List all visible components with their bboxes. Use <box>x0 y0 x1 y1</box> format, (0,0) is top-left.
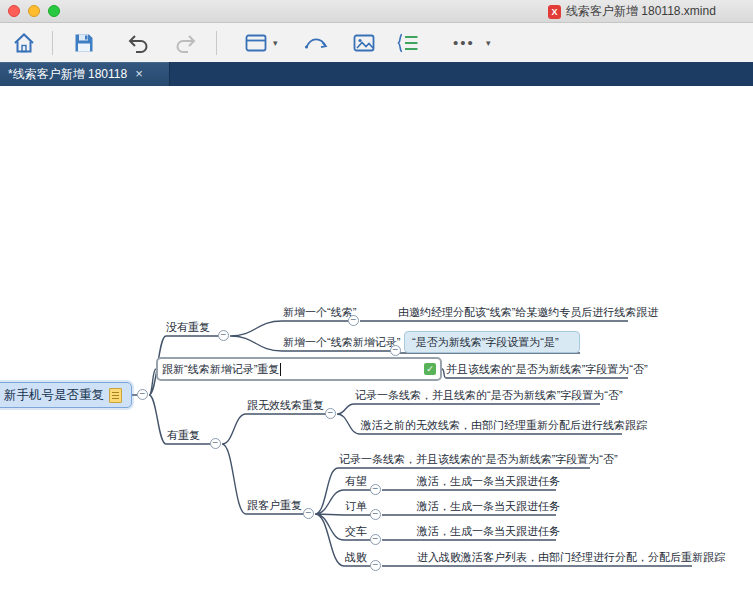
topic-order-detail[interactable]: 激活，生成一条当天跟进任务 <box>417 498 560 514</box>
toolbar-separator <box>52 31 53 55</box>
titlebar: X 线索客户新增 180118.xmind <box>0 0 753 23</box>
topic-invalid-detail-1[interactable]: 记录一条线索，并且线索的“是否为新线索”字段置为“否” <box>355 387 623 403</box>
topic-delivery[interactable]: 交车 <box>345 523 367 539</box>
tab-bar: *线索客户新增 180118 × <box>0 62 753 86</box>
topic-new-lead-detail[interactable]: 由邀约经理分配该“线索”给某邀约专员后进行线索跟进 <box>398 304 658 320</box>
collapse-button-delivery[interactable]: − <box>370 534 381 545</box>
tab-close-icon[interactable]: × <box>135 68 143 80</box>
topic-new-record[interactable]: 新增一个“线索新增记录” <box>283 334 400 350</box>
traffic-lights <box>8 5 60 17</box>
topic-delivery-detail[interactable]: 激活，生成一条当天跟进任务 <box>417 523 560 539</box>
more-dropdown-caret[interactable]: ▾ <box>486 38 491 48</box>
collapse-button-invalid-duplicate[interactable]: − <box>325 408 336 419</box>
relationship-button[interactable] <box>302 29 330 57</box>
topic-customer-detail[interactable]: 记录一条线索，并且该线索的“是否为新线索”字段置为“否” <box>339 451 618 467</box>
toolbar: ▾ ••• ▾ <box>0 23 753 62</box>
topic-no-duplicate[interactable]: 没有重复 <box>166 319 210 335</box>
topic-defeat[interactable]: 战败 <box>345 549 367 565</box>
xmind-file-icon: X <box>548 5 561 19</box>
home-button[interactable] <box>10 29 38 57</box>
topic-hopeful-detail[interactable]: 激活，生成一条当天跟进任务 <box>417 473 560 489</box>
toolbar-separator <box>216 31 217 55</box>
save-icon <box>72 31 96 55</box>
mindmap-canvas[interactable]: 新手机号是否重复 没有重复 新增一个“线索” 由邀约经理分配该“线索”给某邀约专… <box>0 86 753 599</box>
undo-button[interactable] <box>124 29 152 57</box>
collapse-button-order[interactable]: − <box>370 509 381 520</box>
collapse-button-has-duplicate[interactable]: − <box>210 438 221 449</box>
more-button[interactable]: ••• <box>446 29 482 57</box>
collapse-button-hopeful[interactable]: − <box>370 484 381 495</box>
close-window-button[interactable] <box>8 5 20 17</box>
outline-icon <box>395 30 421 56</box>
window-title: 线索客户新增 180118.xmind <box>566 3 716 20</box>
redo-button[interactable] <box>172 29 200 57</box>
more-icon: ••• <box>453 29 475 57</box>
tab-active-sheet[interactable]: *线索客户新增 180118 × <box>0 62 170 86</box>
home-icon <box>11 30 37 56</box>
root-topic-label: 新手机号是否重复 <box>4 387 104 404</box>
sheet-dropdown-caret[interactable]: ▾ <box>273 38 278 48</box>
confirm-edit-check-icon[interactable]: ✓ <box>424 363 436 375</box>
topic-hopeful[interactable]: 有望 <box>345 473 367 489</box>
topic-defeat-detail[interactable]: 进入战败激活客户列表，由部门经理进行分配，分配后重新跟踪 <box>417 549 725 565</box>
topic-customer-duplicate[interactable]: 跟客户重复 <box>247 497 302 513</box>
collapse-button-new-record[interactable]: − <box>390 345 401 356</box>
topic-editing-text: 跟新“线索新增记录”重复 <box>162 362 279 377</box>
note-icon[interactable] <box>109 388 122 403</box>
collapse-button-customer-duplicate[interactable]: − <box>303 508 314 519</box>
relationship-icon <box>303 30 329 56</box>
redo-icon <box>173 30 199 56</box>
root-topic[interactable]: 新手机号是否重复 <box>0 382 132 408</box>
app-window: X 线索客户新增 180118.xmind <box>0 0 753 599</box>
collapse-button-root[interactable]: − <box>137 389 148 400</box>
topic-order[interactable]: 订单 <box>345 498 367 514</box>
insert-image-icon <box>351 30 377 56</box>
collapse-button-defeat[interactable]: − <box>370 560 381 571</box>
undo-icon <box>125 30 151 56</box>
outline-button[interactable] <box>394 29 422 57</box>
collapse-button-new-lead[interactable]: − <box>348 315 359 326</box>
insert-image-button[interactable] <box>350 29 378 57</box>
collapse-button-no-duplicate[interactable]: − <box>218 330 229 341</box>
topic-new-lead[interactable]: 新增一个“线索” <box>283 304 356 320</box>
topic-has-duplicate[interactable]: 有重复 <box>167 427 200 443</box>
window-title-area: X 线索客户新增 180118.xmind <box>548 3 716 20</box>
sheet-icon <box>243 30 269 56</box>
zoom-window-button[interactable] <box>48 5 60 17</box>
topic-editing-textbox[interactable]: 跟新“线索新增记录”重复 ✓ <box>156 357 442 381</box>
text-cursor <box>280 363 281 376</box>
tab-label: *线索客户新增 180118 <box>8 66 127 83</box>
topic-new-record-detail-highlighted[interactable]: “是否为新线索”字段设置为“是” <box>404 331 580 353</box>
topic-editing-detail[interactable]: 并且该线索的“是否为新线索”字段置为“否” <box>446 361 648 377</box>
sheet-button[interactable] <box>242 29 270 57</box>
minimize-window-button[interactable] <box>28 5 40 17</box>
topic-invalid-duplicate[interactable]: 跟无效线索重复 <box>247 397 324 413</box>
topic-invalid-detail-2[interactable]: 激活之前的无效线索，由部门经理重新分配后进行线索跟踪 <box>361 417 647 433</box>
save-button[interactable] <box>70 29 98 57</box>
